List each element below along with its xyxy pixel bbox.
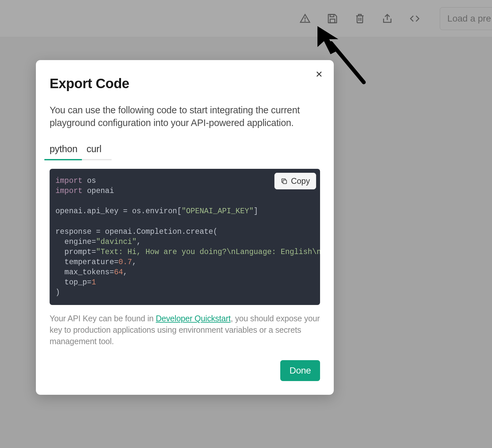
tab-python[interactable]: python [50,144,77,159]
modal-description: You can use the following code to start … [50,104,320,129]
copy-button-label: Copy [291,176,310,186]
modal-title: Export Code [50,76,320,91]
tab-curl[interactable]: curl [86,144,101,159]
svg-rect-10 [283,180,286,184]
footer-note: Your API Key can be found in Developer Q… [50,313,320,347]
language-tabs: python curl [50,144,112,160]
export-code-modal: Export Code You can use the following co… [36,60,334,395]
copy-button[interactable]: Copy [274,173,316,189]
done-button[interactable]: Done [280,360,320,381]
close-icon[interactable] [314,69,324,79]
developer-quickstart-link[interactable]: Developer Quickstart [156,314,230,323]
modal-actions: Done [50,360,320,381]
code-block: Copyimport os import openai openai.api_k… [50,169,320,305]
